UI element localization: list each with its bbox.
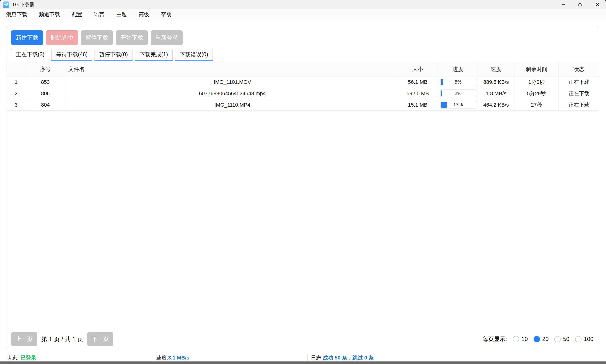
- menu-item-message-download[interactable]: 消息下载: [6, 11, 27, 18]
- relogin-button[interactable]: 重新登录: [151, 30, 183, 45]
- prev-page-button[interactable]: 上一页: [11, 332, 37, 346]
- pause-download-button[interactable]: 暂停下载: [81, 30, 113, 45]
- cell-remaining: 27秒: [515, 99, 558, 111]
- new-download-button[interactable]: 新建下载: [11, 30, 43, 45]
- per-page-selector: 每页显示: 102050100: [483, 335, 593, 343]
- table-empty-area: [6, 111, 599, 332]
- menu-bar: 消息下载频道下载配置语言主题高级帮助: [0, 9, 606, 20]
- table-row[interactable]: 3804IMG_1110.MP415.1 MB17%464.2 KB/s27秒正…: [6, 99, 599, 111]
- column-header-状态: 状态: [558, 62, 599, 77]
- tab-downloading[interactable]: 正在下载(3): [11, 49, 49, 61]
- tab-completed[interactable]: 下载完成(1): [135, 49, 173, 61]
- per-page-option-50[interactable]: 50: [563, 336, 569, 342]
- column-header-速度: 速度: [477, 62, 515, 77]
- log-label: 日志:: [311, 354, 323, 361]
- cell-filename: IMG_1101.MOV: [65, 77, 397, 88]
- per-page-label: 每页显示:: [483, 335, 507, 343]
- progress-bar: 2%: [440, 90, 476, 97]
- table-header-row: 序号文件名大小进度速度剩余时间状态: [6, 62, 599, 77]
- menu-item-config[interactable]: 配置: [72, 11, 82, 18]
- telegram-plane-icon: [3, 1, 9, 8]
- log-value: 成功 50 条，跳过 0 条: [323, 354, 374, 361]
- cell-size: 592.0 MB: [397, 88, 438, 99]
- cell-row-index: 3: [6, 99, 26, 111]
- window-title: TG 下载器: [12, 1, 34, 8]
- speed-value: 3.1 MB/s: [168, 355, 189, 361]
- cell-speed: 889.5 KB/s: [477, 77, 515, 88]
- per-page-option-20[interactable]: 20: [542, 336, 549, 342]
- table-row[interactable]: 1853IMG_1101.MOV56.1 MB5%889.5 KB/s1分0秒正…: [6, 77, 599, 88]
- speed-label: 速度:: [156, 354, 168, 361]
- menu-item-language[interactable]: 语言: [94, 11, 104, 18]
- cell-progress: 17%: [438, 99, 477, 111]
- progress-bar: 5%: [440, 78, 476, 86]
- status-section: 状态: 已登录: [0, 354, 153, 361]
- page-info: 第 1 页 / 共 1 页: [41, 335, 83, 343]
- cell-speed: 1.8 MB/s: [477, 88, 515, 99]
- menu-item-advanced[interactable]: 高级: [139, 11, 149, 18]
- column-header-文件名: 文件名: [65, 62, 397, 77]
- column-header-进度: 进度: [438, 62, 477, 77]
- cell-speed: 464.2 KB/s: [477, 99, 515, 111]
- window-controls: [555, 0, 606, 9]
- download-table: 序号文件名大小进度速度剩余时间状态 1853IMG_1101.MOV56.1 M…: [6, 62, 599, 111]
- tab-bar: 正在下载(3)等待下载(46)暂停下载(0)下载完成(1)下载错误(0): [6, 49, 599, 61]
- progress-label: 17%: [440, 101, 476, 108]
- cell-remaining: 5分29秒: [515, 88, 558, 99]
- window-bottom-edge: [0, 361, 606, 364]
- delete-selected-button[interactable]: 删除选中: [46, 30, 78, 45]
- cell-status: 正在下载: [558, 88, 599, 99]
- progress-label: 2%: [440, 90, 476, 97]
- column-header-大小: 大小: [397, 62, 438, 77]
- cell-progress: 5%: [438, 77, 477, 88]
- app-window: TG 下载器 消息下载频道下载配置语言主题高级帮助 新建下载删除选中暂停下载开始…: [0, 0, 606, 364]
- log-section: 日志: 成功 50 条，跳过 0 条: [307, 354, 606, 361]
- per-page-option-100[interactable]: 100: [584, 336, 593, 342]
- toolbar: 新建下载删除选中暂停下载开始下载重新登录: [6, 26, 599, 49]
- cell-row-index: 1: [6, 77, 26, 88]
- per-page-radio-100[interactable]: [575, 336, 581, 342]
- close-icon[interactable]: [589, 0, 606, 9]
- cell-row-index: 2: [6, 88, 26, 99]
- pagination-bar: 上一页 第 1 页 / 共 1 页 下一页 每页显示: 102050100: [6, 332, 599, 350]
- cell-progress: 2%: [438, 88, 477, 99]
- cell-filename: IMG_1110.MP4: [65, 99, 397, 111]
- main-panel: 新建下载删除选中暂停下载开始下载重新登录 正在下载(3)等待下载(46)暂停下载…: [6, 26, 599, 350]
- cell-size: 15.1 MB: [397, 99, 438, 111]
- menu-item-help[interactable]: 帮助: [161, 11, 171, 18]
- cell-filename: 6077688064564534543.mp4: [65, 88, 397, 99]
- per-page-radio-10[interactable]: [513, 336, 519, 342]
- tab-error[interactable]: 下载错误(0): [175, 49, 213, 61]
- tab-paused[interactable]: 暂停下载(0): [94, 49, 132, 61]
- cell-status: 正在下载: [558, 77, 599, 88]
- menu-item-channel-download[interactable]: 频道下载: [39, 11, 60, 18]
- progress-bar: 17%: [440, 101, 476, 109]
- tab-waiting[interactable]: 等待下载(46): [51, 49, 92, 61]
- status-bar: 状态: 已登录 速度: 3.1 MB/s 日志: 成功 50 条，跳过 0 条: [0, 354, 606, 361]
- per-page-radio-50[interactable]: [554, 336, 561, 342]
- login-status-value: 已登录: [20, 354, 36, 361]
- column-header-select: [6, 62, 26, 77]
- per-page-radio-20[interactable]: [534, 336, 540, 342]
- cell-id: 853: [26, 77, 65, 88]
- cell-id: 806: [26, 88, 65, 99]
- title-bar: TG 下载器: [0, 0, 606, 9]
- minimize-icon[interactable]: [555, 0, 572, 9]
- menu-item-theme[interactable]: 主题: [116, 11, 127, 18]
- status-label: 状态:: [7, 354, 19, 361]
- restore-icon[interactable]: [572, 0, 589, 9]
- cell-size: 56.1 MB: [397, 77, 438, 88]
- column-header-剩余时间: 剩余时间: [515, 62, 558, 77]
- next-page-button[interactable]: 下一页: [87, 332, 113, 346]
- cell-status: 正在下载: [558, 99, 599, 111]
- start-download-button[interactable]: 开始下载: [116, 30, 148, 45]
- speed-section: 速度: 3.1 MB/s: [153, 354, 307, 361]
- cell-remaining: 1分0秒: [515, 77, 558, 88]
- column-header-序号: 序号: [26, 62, 65, 77]
- progress-label: 5%: [440, 78, 476, 86]
- table-row[interactable]: 28066077688064564534543.mp4592.0 MB2%1.8…: [6, 88, 599, 99]
- cell-id: 804: [26, 99, 65, 111]
- per-page-option-10[interactable]: 10: [521, 336, 528, 342]
